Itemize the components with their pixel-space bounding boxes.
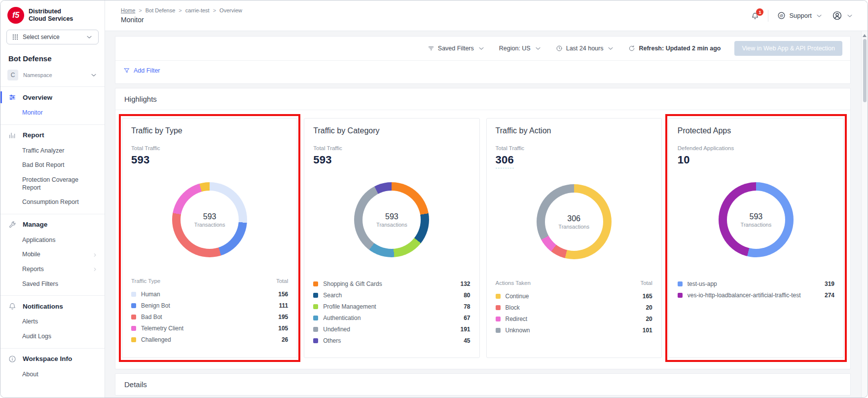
select-service-dropdown[interactable]: Select service	[6, 30, 99, 44]
nav-section: ManageApplicationsMobileReportsSaved Fil…	[0, 214, 105, 296]
content-area: Saved Filters Region: US Last 24 hours	[105, 31, 868, 398]
breadcrumb-item[interactable]: Overview	[219, 7, 242, 13]
refresh-status: Refresh: Updated 2 min ago	[639, 45, 721, 52]
user-menu[interactable]	[832, 10, 854, 21]
breadcrumb-item[interactable]: Home	[121, 7, 135, 13]
sidebar-item-traffic-analyzer[interactable]: Traffic Analyzer	[0, 144, 105, 159]
legend-label: Authentication	[323, 315, 459, 321]
metric-value: 593	[131, 154, 150, 166]
legend-item: Authentication67	[313, 312, 470, 323]
saved-filters-dropdown[interactable]: Saved Filters	[428, 44, 485, 52]
sidebar-item-saved-filters[interactable]: Saved Filters	[0, 277, 105, 292]
chevron-down-icon	[85, 33, 93, 41]
namespace-selector[interactable]: C Namespace	[0, 69, 105, 86]
chart-legend: Actions Taken Total Continue165Block20Re…	[496, 280, 652, 336]
legend-value: 191	[460, 326, 470, 333]
legend-header-left: Traffic Type	[131, 278, 160, 284]
sidebar-item-audit-logs[interactable]: Audit Logs	[0, 329, 105, 344]
donut-center: 593 Transactions	[362, 191, 421, 249]
notifications-bell-button[interactable]: 1	[751, 12, 759, 20]
nav-item-label: Monitor	[22, 109, 43, 117]
legend-item: Unknown101	[496, 324, 652, 336]
donut-center: 593 Transactions	[181, 191, 239, 249]
legend-item: Profile Management78	[313, 301, 470, 312]
sidebar-item-protection-coverage-report[interactable]: Protection Coverage Report	[0, 173, 105, 195]
donut-chart[interactable]: 593 Transactions	[172, 182, 247, 257]
donut-chart[interactable]: 593 Transactions	[719, 182, 794, 257]
card-title: Protected Apps	[678, 126, 731, 135]
scrollbar-thumb[interactable]	[863, 39, 867, 102]
breadcrumb-item[interactable]: carrie-test	[185, 7, 210, 13]
time-range-dropdown[interactable]: Last 24 hours	[556, 44, 615, 52]
chart-legend: Traffic Type Total Human156Benign Bot111…	[131, 278, 288, 345]
namespace-label: Namespace	[23, 72, 52, 78]
chevron-down-icon	[477, 44, 485, 52]
nav-section-label: Workspace Info	[23, 355, 72, 362]
legend-label: Others	[323, 337, 459, 344]
support-label: Support	[789, 12, 812, 19]
add-filter-button[interactable]: Add Filter	[123, 67, 160, 74]
nav-section: Workspace InfoAbout	[0, 348, 105, 386]
details-panel: Details	[115, 373, 851, 396]
legend-item: Human156	[131, 288, 288, 300]
legend-value: 78	[464, 303, 470, 310]
nav-item-label: Protection Coverage Report	[22, 176, 98, 192]
donut-center-value: 306	[567, 214, 580, 223]
nav-item-label: Alerts	[22, 318, 38, 326]
legend-item: Continue165	[496, 290, 652, 302]
donut-chart[interactable]: 306 Transactions	[537, 184, 612, 259]
brand-name-line1: Distributed	[29, 8, 73, 15]
metric-value: 10	[678, 154, 690, 166]
legend-label: Redirect	[506, 316, 641, 322]
nav-item-label: Mobile	[22, 251, 40, 259]
filter-lines-icon	[428, 45, 434, 52]
legend-item: test-us-app319	[678, 278, 834, 289]
view-in-waap-button[interactable]: View in Web App & API Protection	[734, 41, 842, 56]
sidebar-item-consumption-report[interactable]: Consumption Report	[0, 195, 105, 210]
legend-item: Bad Bot195	[131, 311, 288, 322]
card-title: Traffic by Type	[131, 126, 182, 135]
saved-filters-label: Saved Filters	[438, 45, 474, 52]
region-dropdown[interactable]: Region: US	[499, 44, 542, 52]
donut-chart[interactable]: 593 Transactions	[354, 182, 429, 257]
card-title: Traffic by Action	[496, 126, 551, 135]
legend-swatch	[313, 338, 318, 343]
notification-badge: 1	[756, 8, 763, 16]
chevron-down-icon	[846, 12, 854, 20]
sidebar-item-report[interactable]: Report	[0, 127, 105, 144]
sidebar-item-mobile[interactable]: Mobile	[0, 247, 105, 262]
report-icon	[8, 131, 16, 139]
legend-label: Profile Management	[323, 303, 459, 310]
sidebar-item-applications[interactable]: Applications	[0, 233, 105, 248]
chevron-down-icon	[607, 44, 615, 52]
nav-item-label: Consumption Report	[22, 199, 79, 206]
support-menu[interactable]: @ Support	[777, 11, 823, 20]
details-heading: Details	[115, 374, 850, 395]
breadcrumb-item[interactable]: Bot Defense	[145, 7, 176, 13]
metric-value: 306	[496, 154, 514, 168]
sidebar-item-alerts[interactable]: Alerts	[0, 315, 105, 329]
sidebar-item-manage[interactable]: Manage	[0, 216, 105, 233]
nav-section-label: Notifications	[23, 303, 63, 310]
legend-swatch	[313, 304, 318, 309]
highlight-card: Traffic by Category Total Traffic 593 59…	[304, 118, 479, 358]
nav-section: ReportTraffic AnalyzerBad Bot ReportProt…	[0, 124, 105, 214]
sidebar-item-notifications[interactable]: Notifications	[0, 298, 105, 315]
brand-name: Distributed Cloud Services	[29, 8, 73, 23]
metric-label: Total Traffic	[313, 145, 470, 151]
namespace-avatar: C	[7, 70, 18, 80]
legend-label: Telemetry Client	[141, 325, 273, 332]
sidebar-item-reports[interactable]: Reports	[0, 262, 105, 277]
sidebar-item-about[interactable]: About	[0, 367, 105, 382]
sidebar-item-monitor[interactable]: Monitor	[0, 106, 105, 120]
filter-toolbar: Saved Filters Region: US Last 24 hours	[115, 37, 850, 61]
chevron-down-icon	[815, 12, 823, 20]
sidebar-item-overview[interactable]: Overview	[0, 89, 105, 106]
legend-value: 111	[279, 302, 289, 309]
legend-swatch	[131, 315, 136, 319]
refresh-control[interactable]: Refresh: Updated 2 min ago	[628, 45, 721, 52]
scrollbar-up-arrow[interactable]	[863, 34, 867, 37]
sidebar-item-bad-bot-report[interactable]: Bad Bot Report	[0, 158, 105, 173]
sidebar-item-workspace-info[interactable]: Workspace Info	[0, 351, 105, 367]
highlight-card: Protected Apps Defended Applications 10 …	[668, 118, 844, 358]
